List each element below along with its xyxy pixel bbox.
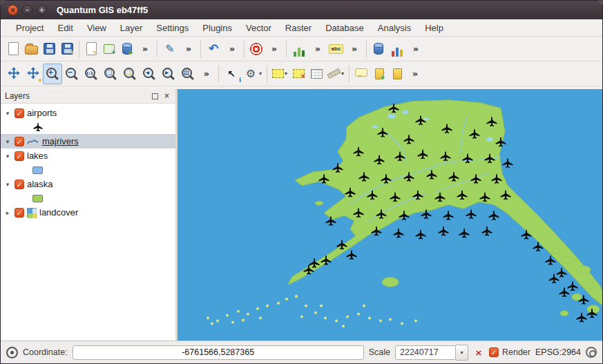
menu-edit[interactable]: Edit [50, 21, 79, 35]
minimize-button[interactable]: – [22, 5, 32, 15]
digitize-toolbar-overflow-button[interactable]: » [180, 39, 198, 59]
zoom-next-button[interactable]: ▸ [159, 64, 178, 84]
capture-line-button[interactable]: ✎ [160, 39, 180, 59]
map-settings-button[interactable]: ⚙▾ [241, 64, 264, 84]
collapse-icon[interactable]: ▾ [3, 181, 12, 188]
maximize-button[interactable]: + [37, 5, 47, 15]
new-project-button[interactable] [4, 39, 22, 59]
scale-dropdown-icon[interactable]: ▾ [456, 345, 468, 361]
layer-item-lakes[interactable]: ▾✓lakes [1, 149, 175, 163]
deselect-features-button[interactable]: × [289, 64, 307, 84]
toolbar-separator [267, 66, 267, 82]
stop-render-icon[interactable]: × [473, 347, 484, 358]
edit-toolbar-overflow-button[interactable]: » [223, 39, 241, 59]
menu-view[interactable]: View [80, 21, 113, 35]
title-bar[interactable]: × – + Quantum GIS eb47ff5 [1, 1, 602, 19]
menu-layer[interactable]: Layer [113, 21, 150, 35]
labeling-button[interactable]: abc [327, 39, 345, 59]
help-contents-button[interactable] [247, 39, 265, 59]
pan-map-button[interactable] [4, 64, 23, 84]
save-project-as-button[interactable]: ✎ [58, 39, 76, 59]
database-manager-button[interactable] [370, 39, 387, 59]
map-tips-button[interactable] [352, 64, 370, 84]
collapse-icon[interactable]: ▾ [3, 138, 12, 145]
menu-database[interactable]: Database [318, 21, 371, 35]
scale-combo[interactable]: 22240717 ▾ [395, 345, 468, 361]
add-vector-layer-button[interactable]: + [100, 39, 118, 59]
select-icon [272, 69, 284, 78]
zoom-full-button[interactable]: □ [101, 64, 120, 84]
render-toggle[interactable]: ✓ Render [489, 347, 530, 357]
identify-features-button[interactable]: ↖i [222, 64, 241, 84]
ruler-icon [327, 68, 341, 79]
layer-checkbox[interactable]: ✓ [15, 137, 24, 146]
crs-status-icon[interactable] [586, 347, 597, 358]
layer-label[interactable]: airports [27, 108, 57, 118]
dropdown-caret-icon[interactable]: ▾ [285, 70, 287, 77]
page-pencil-icon: ✎ [86, 42, 97, 55]
layer-checkbox[interactable]: ✓ [15, 208, 24, 218]
dropdown-caret-icon[interactable]: ▾ [341, 70, 344, 77]
open-attribute-table-button[interactable] [307, 64, 325, 84]
menu-vector[interactable]: Vector [239, 21, 278, 35]
collapse-icon[interactable]: ▾ [3, 153, 12, 160]
layer-item-landcover[interactable]: ▸✓landcover [1, 205, 175, 220]
menu-raster[interactable]: Raster [278, 21, 318, 35]
layer-symbol-row [1, 120, 175, 134]
save-project-button[interactable] [40, 39, 58, 59]
help-toolbar-overflow-button[interactable]: » [265, 39, 283, 59]
plugin-toolbar-overflow-button[interactable]: » [309, 39, 327, 59]
zoom-to-selection-button[interactable]: □ [120, 64, 140, 84]
map-canvas[interactable] [178, 89, 602, 341]
select-features-button[interactable]: ▾ [270, 64, 289, 84]
float-panel-icon[interactable] [151, 92, 160, 101]
layer-checkbox[interactable]: ✓ [15, 180, 24, 189]
scale-label: Scale [369, 347, 390, 357]
layer-item-airports[interactable]: ▾✓airports [1, 106, 175, 120]
layer-label[interactable]: majrivers [42, 136, 79, 146]
menu-plugins[interactable]: Plugins [195, 21, 239, 35]
raster-thumbnail [27, 208, 37, 218]
file-toolbar-overflow-button[interactable]: » [136, 39, 154, 59]
coordinate-input[interactable] [73, 345, 364, 360]
histogram-button[interactable] [289, 39, 309, 59]
measure-button[interactable]: ▾ [325, 64, 346, 84]
show-bookmarks-button[interactable] [388, 64, 406, 84]
zoom-native-button[interactable]: 1:1 [82, 64, 101, 84]
close-button[interactable]: × [8, 5, 18, 15]
zoom-out-button[interactable]: − [62, 64, 82, 84]
layer-item-majrivers[interactable]: ▾✓majrivers [1, 134, 175, 149]
menu-help[interactable]: Help [418, 21, 450, 35]
menu-settings[interactable]: Settings [149, 21, 195, 35]
collapse-icon[interactable]: ▾ [3, 110, 12, 117]
expand-icon[interactable]: ▸ [3, 209, 12, 216]
raster-toolbar-overflow-button[interactable]: » [407, 39, 425, 59]
new-vector-layer-button[interactable]: ✎ [82, 39, 100, 59]
zoom-last-button[interactable]: ◂ [140, 64, 159, 84]
layer-label[interactable]: landcover [39, 207, 78, 218]
menu-project[interactable]: Project [9, 21, 50, 35]
layer-item-alaska[interactable]: ▾✓alaska [1, 177, 175, 191]
undo-button[interactable]: ↶ [204, 39, 223, 59]
menu-analysis[interactable]: Analysis [371, 21, 418, 35]
toggle-extents-icon[interactable] [6, 347, 18, 358]
dropdown-caret-icon[interactable]: ▾ [259, 70, 262, 77]
zoom-to-layer-button[interactable]: ▤ [178, 64, 198, 84]
layer-checkbox[interactable]: ✓ [15, 108, 24, 118]
attr-toolbar-overflow-button[interactable]: » [406, 64, 424, 84]
toolbar-separator [218, 66, 219, 82]
render-checkbox[interactable]: ✓ [489, 347, 499, 357]
statistics-button[interactable] [387, 39, 407, 59]
label-toolbar-overflow-button[interactable]: » [345, 39, 363, 59]
open-project-button[interactable] [22, 39, 40, 59]
nav-toolbar-overflow-button[interactable]: » [198, 64, 216, 84]
layer-checkbox[interactable]: ✓ [15, 151, 24, 161]
scale-value[interactable]: 22240717 [395, 345, 456, 360]
layer-label[interactable]: alaska [27, 179, 53, 189]
close-panel-icon[interactable]: × [162, 92, 171, 101]
layer-label[interactable]: lakes [27, 151, 48, 161]
add-database-layer-button[interactable]: + [118, 39, 136, 59]
pan-to-selection-button[interactable]: ★ [23, 64, 43, 84]
zoom-in-button[interactable]: + [43, 64, 62, 84]
new-bookmark-button[interactable]: + [370, 64, 388, 84]
